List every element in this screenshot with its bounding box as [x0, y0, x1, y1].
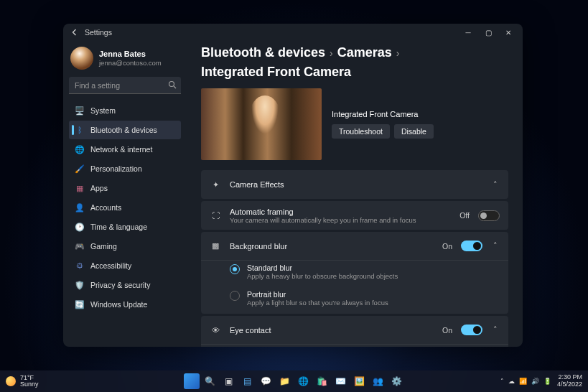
background-blur-option[interactable]: Standard blurApply a heavy blur to obscu… — [230, 261, 500, 283]
start-button[interactable] — [184, 373, 200, 389]
option-title: Standard blur — [247, 263, 398, 272]
window-title: Settings — [85, 28, 112, 37]
weather-cond: Sunny — [20, 381, 39, 388]
chevron-up-icon[interactable]: ˄ — [491, 180, 500, 189]
background-blur-title: Background blur — [230, 242, 434, 251]
nav-label: Bluetooth & devices — [90, 126, 157, 134]
sidebar-item-network-internet[interactable]: 🌐Network & internet — [69, 140, 181, 159]
blur-icon: ▩ — [210, 241, 221, 252]
eye-contact-row[interactable]: 👁 Eye contact On ˄ — [201, 316, 508, 345]
system-tray[interactable]: ˄ ☁ 📶 🔊 🔋 2:30 PM 4/5/2022 — [500, 374, 588, 388]
camera-preview — [201, 88, 322, 160]
mail-button[interactable]: ✉️ — [333, 373, 349, 389]
eye-contact-option[interactable]: StandardMake eye contact even when you'r… — [230, 345, 500, 347]
effects-header-label: Camera Effects — [230, 180, 482, 189]
chevron-right-icon: › — [396, 47, 400, 59]
background-blur-option[interactable]: Portrait blurApply a light blur so that … — [230, 287, 500, 309]
settings-button[interactable]: ⚙️ — [389, 373, 405, 389]
nav-icon: 🛡️ — [75, 280, 85, 290]
nav-icon: ⯐ — [75, 261, 85, 271]
sun-icon — [6, 376, 16, 386]
task-view-button[interactable]: ▣ — [221, 373, 237, 389]
search-box[interactable] — [69, 77, 181, 94]
eye-contact-toggle[interactable] — [461, 325, 482, 335]
search-input[interactable] — [69, 77, 181, 94]
teams-button[interactable]: 👥 — [370, 373, 386, 389]
chevron-up-icon[interactable]: ˄ — [491, 326, 500, 335]
titlebar: Settings ─ ▢ ✕ — [63, 24, 523, 41]
weather-widget[interactable]: 71°F Sunny — [0, 375, 39, 388]
framing-icon: ⛶ — [210, 210, 221, 221]
radio-icon — [230, 264, 240, 274]
content-pane[interactable]: Bluetooth & devices › Cameras › Integrat… — [187, 41, 523, 347]
disable-button[interactable]: Disable — [394, 124, 434, 139]
store-button[interactable]: 🛍️ — [314, 373, 330, 389]
breadcrumb-current: Integrated Front Camera — [201, 65, 351, 80]
sidebar-item-time-language[interactable]: 🕑Time & language — [69, 218, 181, 236]
chevron-right-icon: › — [330, 47, 333, 59]
automatic-framing-toggle[interactable] — [478, 210, 500, 221]
option-title: Portrait blur — [247, 290, 388, 299]
avatar — [70, 47, 93, 70]
troubleshoot-button[interactable]: Troubleshoot — [332, 124, 390, 139]
sidebar-item-accessibility[interactable]: ⯐Accessibility — [69, 256, 181, 275]
eye-contact-state: On — [442, 326, 452, 335]
sidebar-item-personalization[interactable]: 🖌️Personalization — [69, 159, 181, 178]
nav-label: Windows Update — [90, 300, 147, 309]
chevron-up-icon[interactable]: ˄ — [491, 242, 500, 251]
clock[interactable]: 2:30 PM 4/5/2022 — [557, 374, 582, 388]
sidebar-item-privacy-security[interactable]: 🛡️Privacy & security — [69, 276, 181, 294]
automatic-framing-row[interactable]: ⛶ Automatic framing Your camera will aut… — [201, 201, 508, 230]
maximize-button[interactable]: ▢ — [478, 25, 498, 39]
volume-icon[interactable]: 🔊 — [531, 378, 539, 385]
sparkle-icon: ✦ — [210, 179, 221, 190]
camera-effects-header-card[interactable]: ✦ Camera Effects ˄ — [201, 170, 508, 199]
user-profile[interactable]: Jenna Bates jenna@contoso.com — [69, 44, 181, 77]
radio-icon — [230, 291, 240, 301]
nav-list: 🖥️SystemᛒBluetooth & devices🌐Network & i… — [69, 101, 181, 314]
eye-contact-title: Eye contact — [230, 326, 434, 335]
close-button[interactable]: ✕ — [498, 25, 518, 39]
taskbar[interactable]: 71°F Sunny 🔍 ▣ ▤ 💬 📁 🌐 🛍️ ✉️ 🖼️ 👥 ⚙️ ˄ ☁… — [0, 370, 588, 392]
battery-icon[interactable]: 🔋 — [543, 378, 551, 385]
widgets-button[interactable]: ▤ — [240, 373, 256, 389]
clock-date: 4/5/2022 — [557, 381, 582, 388]
search-button[interactable]: 🔍 — [202, 373, 218, 389]
nav-icon: 🔄 — [75, 299, 85, 309]
sidebar-item-bluetooth-devices[interactable]: ᛒBluetooth & devices — [69, 121, 181, 139]
nav-label: Network & internet — [90, 145, 152, 154]
sidebar-item-apps[interactable]: ▦Apps — [69, 179, 181, 197]
automatic-framing-title: Automatic framing — [230, 207, 451, 216]
breadcrumb-level2[interactable]: Cameras — [337, 45, 392, 60]
back-button[interactable] — [67, 25, 82, 39]
explorer-button[interactable]: 📁 — [277, 373, 293, 389]
background-blur-toggle[interactable] — [461, 241, 482, 251]
sidebar-item-windows-update[interactable]: 🔄Windows Update — [69, 295, 181, 314]
sidebar-item-system[interactable]: 🖥️System — [69, 101, 181, 120]
sidebar-item-gaming[interactable]: 🎮Gaming — [69, 237, 181, 256]
taskbar-center: 🔍 ▣ ▤ 💬 📁 🌐 🛍️ ✉️ 🖼️ 👥 ⚙️ — [184, 373, 405, 389]
edge-button[interactable]: 🌐 — [296, 373, 312, 389]
sidebar-item-accounts[interactable]: 👤Accounts — [69, 198, 181, 217]
chat-button[interactable]: 💬 — [258, 373, 274, 389]
breadcrumb-level1[interactable]: Bluetooth & devices — [201, 45, 325, 60]
automatic-framing-sub: Your camera will automatically keep you … — [230, 216, 451, 224]
user-name: Jenna Bates — [99, 50, 162, 58]
user-email: jenna@contoso.com — [99, 59, 162, 67]
background-blur-row[interactable]: ▩ Background blur On ˄ — [201, 232, 508, 261]
minimize-button[interactable]: ─ — [458, 25, 478, 39]
nav-label: Privacy & security — [90, 281, 150, 289]
eye-contact-options: StandardMake eye contact even when you'r… — [201, 345, 508, 347]
tray-chevron-icon[interactable]: ˄ — [500, 378, 504, 385]
automatic-framing-state: Off — [459, 211, 470, 220]
automatic-framing-card: ⛶ Automatic framing Your camera will aut… — [201, 201, 508, 230]
search-icon — [168, 80, 177, 90]
photos-button[interactable]: 🖼️ — [352, 373, 368, 389]
nav-label: Time & language — [90, 223, 147, 231]
eye-contact-card: 👁 Eye contact On ˄ StandardMake eye cont… — [201, 316, 508, 347]
sidebar: Jenna Bates jenna@contoso.com 🖥️SystemᛒB… — [63, 41, 187, 347]
onedrive-icon[interactable]: ☁ — [508, 378, 515, 385]
camera-hero: Integrated Front Camera Troubleshoot Dis… — [201, 88, 508, 160]
wifi-icon[interactable]: 📶 — [519, 378, 527, 385]
nav-icon: 🖥️ — [75, 106, 85, 116]
